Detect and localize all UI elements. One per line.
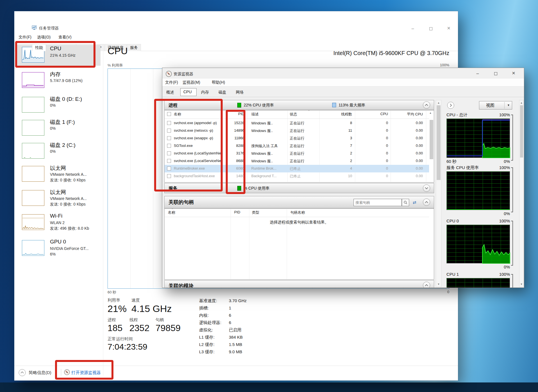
- column-name[interactable]: 名称: [168, 210, 218, 215]
- detail-label: 逻辑处理器:: [199, 320, 221, 325]
- scroll-down-arrow[interactable]: ▼: [436, 283, 441, 286]
- search-icon: [403, 200, 407, 204]
- view-button[interactable]: 视图 ▼: [479, 101, 512, 110]
- refresh-button[interactable]: ⇄: [410, 199, 419, 206]
- stat-handles-label: 句柄: [156, 317, 164, 323]
- detail-label: 插槽:: [199, 306, 209, 311]
- chevron-up-icon: [425, 284, 428, 286]
- sidebar-item-gpu[interactable]: GPU 0 NVIDIA GeForce GT... 6%: [17, 238, 101, 261]
- stat-processes-label: 进程: [108, 317, 116, 323]
- scroll-down-arrow[interactable]: ▼: [519, 283, 523, 286]
- scroll-up-arrow[interactable]: ▲: [436, 101, 441, 104]
- column-pid[interactable]: PID: [234, 210, 248, 214]
- search-button[interactable]: [402, 199, 409, 206]
- maximize-button[interactable]: [424, 25, 437, 33]
- tab-overview[interactable]: 概述: [166, 90, 174, 95]
- column-threads[interactable]: 线程数: [323, 112, 352, 117]
- table-scrollbar-thumb[interactable]: [430, 120, 433, 159]
- tab-cpu[interactable]: CPU: [180, 88, 197, 96]
- sidebar-item-disk1[interactable]: 磁盘 1 (F:) 0%: [17, 118, 101, 138]
- stat-processes-value: 185: [108, 323, 122, 333]
- services-cpu-graph: [446, 171, 510, 210]
- scroll-up-arrow[interactable]: ▲: [519, 101, 523, 104]
- sidebar-item-ethernet1[interactable]: 以太网 VMware Network A... 发送: 0 接收: 0 Kbps: [17, 164, 101, 187]
- resource-monitor-title-icon: [166, 71, 172, 77]
- memory-sparkline: [22, 72, 44, 88]
- view-button-divider: [504, 102, 505, 109]
- maximize-icon: [429, 27, 432, 30]
- stat-uptime-label: 正常运行时间: [108, 336, 133, 342]
- collapse-processes-button[interactable]: [423, 101, 430, 109]
- max-frequency-text: 113% 最大频率: [339, 103, 365, 108]
- handle-search-input[interactable]: [354, 199, 402, 206]
- minimize-button[interactable]: –: [471, 70, 484, 78]
- cpu1-graph: [446, 278, 510, 288]
- maximize-button[interactable]: [489, 70, 502, 78]
- outer-vertical-scrollbar[interactable]: ▲ ▼: [519, 100, 524, 287]
- graph-min: 0%: [482, 211, 510, 216]
- detail-value: 1.5 MB: [229, 342, 242, 347]
- minimize-button[interactable]: –: [406, 25, 419, 33]
- desktop: 任务管理器 – × 文件(F) 选项(O) 查看(V) 进程 性能 应用历史记录…: [0, 0, 538, 392]
- graph-max: 100%: [482, 218, 510, 223]
- expand-panel-button[interactable]: [447, 102, 454, 109]
- collapse-handles-button[interactable]: [423, 199, 430, 206]
- desktop-bottom-strip: [0, 382, 538, 392]
- tab-memory[interactable]: 内存: [201, 90, 209, 95]
- menu-options[interactable]: 选项(O): [37, 35, 51, 40]
- tab-network[interactable]: 网络: [236, 90, 244, 95]
- x-axis-left: 60 秒: [108, 290, 116, 295]
- graph-scale-bracket: [511, 274, 513, 288]
- column-type[interactable]: 类型: [252, 210, 283, 215]
- collapse-modules-button[interactable]: [423, 282, 430, 288]
- menu-monitor[interactable]: 监视器(M): [183, 80, 200, 85]
- close-button[interactable]: ×: [442, 24, 455, 32]
- summary-toggle[interactable]: 简略信息(D): [29, 370, 51, 375]
- column-avg-cpu[interactable]: 平均 CPU: [393, 112, 423, 117]
- tab-disk[interactable]: 磁盘: [218, 90, 226, 95]
- scrollbar-thumb[interactable]: [520, 105, 523, 158]
- annotation-box-open-resmon: [55, 360, 113, 380]
- sidebar-item-memory[interactable]: 内存 5.7/47.9 GB (12%): [17, 70, 101, 91]
- graph-max: 100%: [482, 112, 510, 117]
- tab-strip-divider: [162, 97, 524, 97]
- close-button[interactable]: ×: [507, 69, 520, 77]
- column-desc[interactable]: 描述: [251, 112, 287, 117]
- x-axis-right: 0: [438, 290, 449, 294]
- refresh-icon: ⇄: [413, 200, 416, 205]
- column-status[interactable]: 状态: [290, 112, 321, 117]
- cpu-total-graph: [446, 118, 510, 158]
- stat-speed-value: 4.15 GHz: [131, 303, 172, 314]
- table-scroll-up[interactable]: ▲: [428, 111, 433, 114]
- menu-file[interactable]: 文件(F): [19, 35, 31, 40]
- handles-section-header[interactable]: 关联的句柄 ⇄: [164, 196, 434, 208]
- detail-label: 内核:: [199, 313, 209, 318]
- sidebar-item-disk2[interactable]: 磁盘 2 (C:) 0%: [17, 141, 101, 161]
- disk0-sparkline: [22, 97, 44, 113]
- menu-help[interactable]: 帮助(H): [212, 80, 225, 85]
- ethernet1-sparkline: [22, 166, 44, 182]
- chevron-up-circle-icon[interactable]: [19, 369, 26, 376]
- detail-label: L1 缓存:: [199, 335, 215, 340]
- modules-section-header[interactable]: 关联的模块: [164, 280, 434, 288]
- handles-table-header[interactable]: ^ 名称 PID 类型 句柄名称: [165, 209, 429, 217]
- detail-value: 已启用: [229, 327, 241, 333]
- chevron-up-icon: [425, 104, 428, 106]
- tab-services[interactable]: 服务: [127, 44, 141, 51]
- max-frequency-icon: [332, 103, 336, 107]
- detail-value: 6: [229, 313, 231, 318]
- sidebar-item-wifi[interactable]: Wi-Fi WLAN 2 发送: 496 接收: 8.0 Kb: [17, 212, 101, 236]
- ethernet2-sparkline: [22, 190, 44, 206]
- sidebar-item-ethernet2[interactable]: 以太网 VMware Network A... 发送: 0 接收: 0 Kbps: [17, 188, 101, 211]
- menu-view[interactable]: 查看(V): [58, 35, 72, 40]
- scrollbar-thumb[interactable]: [437, 105, 441, 180]
- vertical-scrollbar[interactable]: ▲ ▼: [436, 100, 441, 287]
- column-handle-name[interactable]: 句柄名称: [290, 210, 352, 215]
- task-manager-icon: [32, 25, 37, 30]
- graph-title: CPU 0: [446, 218, 459, 223]
- menu-file[interactable]: 文件(F): [165, 80, 178, 85]
- stat-speed-label: 速度: [131, 298, 140, 303]
- expand-services-button[interactable]: [423, 184, 430, 192]
- sidebar-item-disk0[interactable]: 磁盘 0 (D: E:) 0%: [17, 95, 101, 115]
- column-cpu[interactable]: CPU: [359, 112, 388, 116]
